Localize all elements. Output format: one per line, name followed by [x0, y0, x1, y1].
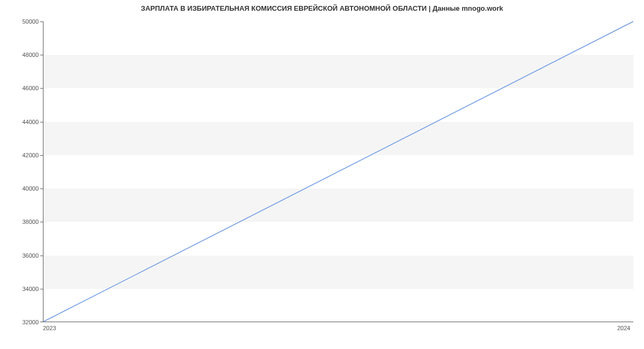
plot-area — [43, 21, 633, 322]
chart-title: ЗАРПЛАТА В ИЗБИРАТЕЛЬНАЯ КОМИССИЯ ЕВРЕЙС… — [0, 4, 644, 12]
y-tick-label: 34000 — [22, 286, 39, 292]
x-tick-label: 2024 — [617, 325, 630, 331]
y-tick-label: 48000 — [22, 52, 39, 58]
y-tick-label: 36000 — [22, 252, 39, 259]
x-tick-label: 2023 — [43, 325, 56, 331]
y-tick-label: 32000 — [22, 319, 39, 325]
data-line — [43, 21, 633, 322]
y-tick-label: 50000 — [22, 18, 39, 25]
y-tick-label: 38000 — [22, 219, 39, 225]
y-tick-label: 40000 — [22, 185, 39, 192]
y-tick-label: 46000 — [22, 85, 39, 91]
chart-container: ЗАРПЛАТА В ИЗБИРАТЕЛЬНАЯ КОМИССИЯ ЕВРЕЙС… — [0, 0, 644, 349]
y-tick-label: 42000 — [22, 152, 39, 158]
y-tick-label: 44000 — [22, 119, 39, 125]
